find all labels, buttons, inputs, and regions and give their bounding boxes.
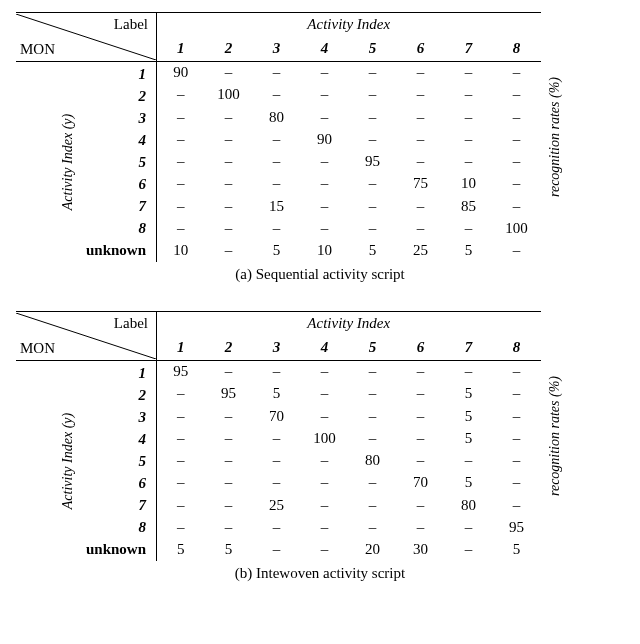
cell: 100 (493, 217, 541, 239)
cell: 10 (157, 240, 205, 262)
cell: – (349, 217, 397, 239)
cell: 80 (349, 450, 397, 472)
corner-diagonal: LabelMON (16, 14, 156, 60)
row-label: 5 (139, 151, 147, 173)
cell: – (349, 195, 397, 217)
cell: – (349, 173, 397, 195)
cell: – (445, 516, 493, 538)
cell: – (493, 106, 541, 128)
cell: – (493, 84, 541, 106)
cell: – (445, 361, 493, 383)
cell: – (349, 516, 397, 538)
cell: – (205, 217, 253, 239)
cell: – (205, 405, 253, 427)
col-header-2: 2 (205, 36, 253, 62)
cell: – (493, 405, 541, 427)
row-label: 4 (139, 428, 147, 450)
cell: – (301, 539, 349, 561)
cell: – (349, 494, 397, 516)
row-axis-label: Activity Index (y) (60, 413, 76, 509)
cell: – (157, 151, 205, 173)
cell: – (205, 195, 253, 217)
row-label: 7 (139, 195, 147, 217)
cell: 5 (445, 472, 493, 494)
cell: 75 (397, 173, 445, 195)
cell: – (397, 151, 445, 173)
row-label: 5 (139, 450, 147, 472)
cell: 10 (301, 240, 349, 262)
cell: 5 (253, 383, 301, 405)
cell: 5 (445, 383, 493, 405)
row-label: unknown (86, 538, 146, 560)
cell: – (493, 450, 541, 472)
cell: – (253, 427, 301, 449)
cell: 5 (445, 240, 493, 262)
corner-top-label: Label (114, 16, 148, 33)
cell: – (157, 516, 205, 538)
cell: – (205, 427, 253, 449)
cell: – (301, 151, 349, 173)
cell: – (493, 173, 541, 195)
cell: – (349, 106, 397, 128)
confusion-table-0: LabelMONActivity Index12345678Activity I… (16, 12, 624, 283)
cell: – (205, 151, 253, 173)
cell: – (253, 62, 301, 84)
cell: – (397, 383, 445, 405)
cell: – (445, 539, 493, 561)
cell: – (445, 151, 493, 173)
cell: – (397, 516, 445, 538)
row-label: 2 (139, 85, 147, 107)
row-label: 2 (139, 384, 147, 406)
cell: – (445, 128, 493, 150)
row-labels: 12345678unknown (16, 362, 156, 560)
col-header-7: 7 (445, 36, 493, 62)
cell: 95 (205, 383, 253, 405)
col-header-8: 8 (493, 36, 541, 62)
table-row: Activity Index (y)12345678unknown95–––––… (16, 361, 541, 383)
table-row: Activity Index (y)12345678unknown90–––––… (16, 62, 541, 84)
col-header-3: 3 (253, 36, 301, 62)
cell: – (349, 427, 397, 449)
cell: – (349, 383, 397, 405)
cell: – (253, 173, 301, 195)
cell: 70 (253, 405, 301, 427)
row-label: unknown (86, 239, 146, 261)
col-header-5: 5 (349, 335, 397, 361)
cell: – (253, 217, 301, 239)
cell: – (301, 62, 349, 84)
row-label: 8 (139, 516, 147, 538)
group-header: Activity Index (157, 312, 541, 335)
cell: 95 (157, 361, 205, 383)
caption: (a) Sequential activity script (16, 266, 624, 283)
row-label: 6 (139, 472, 147, 494)
cell: – (157, 217, 205, 239)
cell: 5 (445, 427, 493, 449)
cell: – (205, 240, 253, 262)
cell: 70 (397, 472, 445, 494)
corner-diagonal: LabelMON (16, 313, 156, 359)
col-header-7: 7 (445, 335, 493, 361)
cell: – (253, 361, 301, 383)
right-axis-label: recognition rates (%) (547, 77, 563, 197)
cell: – (253, 128, 301, 150)
cell: – (301, 383, 349, 405)
row-axis-label: Activity Index (y) (60, 114, 76, 210)
cell: – (157, 128, 205, 150)
cell: – (397, 106, 445, 128)
cell: – (157, 450, 205, 472)
cell: – (253, 516, 301, 538)
cell: – (493, 494, 541, 516)
cell: – (205, 106, 253, 128)
row-label: 7 (139, 494, 147, 516)
cell: – (445, 106, 493, 128)
cell: – (205, 173, 253, 195)
row-labels: 12345678unknown (16, 63, 156, 261)
cell: – (205, 516, 253, 538)
cell: – (301, 361, 349, 383)
cell: – (349, 128, 397, 150)
group-header: Activity Index (157, 13, 541, 36)
cell: 5 (253, 240, 301, 262)
cell: – (301, 450, 349, 472)
cell: – (397, 427, 445, 449)
col-header-2: 2 (205, 335, 253, 361)
